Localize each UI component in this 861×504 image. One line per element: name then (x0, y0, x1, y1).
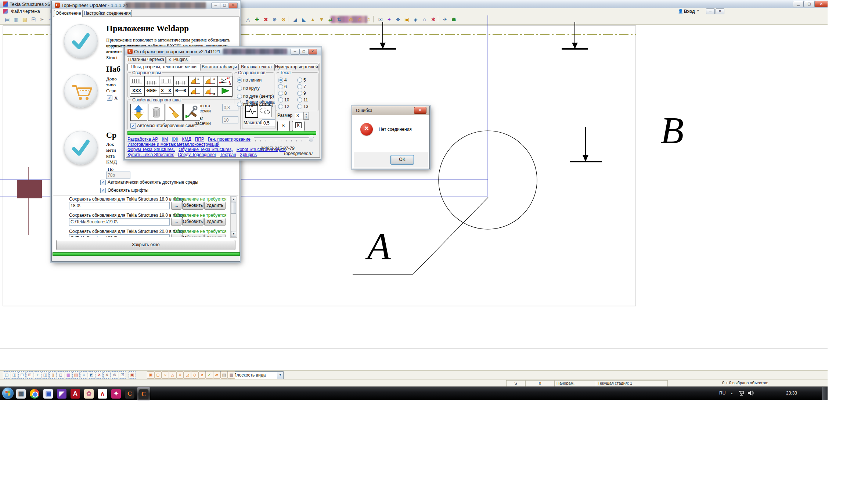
drawing-toolbar-icon[interactable]: ✓ (206, 371, 213, 379)
tab-x-plugins[interactable]: x_Plugins (166, 56, 190, 63)
drawing-toolbar-icon[interactable]: ⊞ (26, 371, 33, 379)
auto-update-env-checkbox[interactable]: ✓ (100, 180, 106, 185)
weld-mark-2[interactable] (562, 22, 588, 49)
drawing-toolbar-icon[interactable]: ◫ (42, 371, 49, 379)
browse-button[interactable]: ... (171, 234, 181, 237)
text-size-radio[interactable] (278, 91, 283, 96)
close-window-button[interactable]: Закрыть окно (56, 240, 235, 250)
taskbar-palette-icon[interactable]: ✿ (84, 389, 94, 399)
start-button[interactable] (2, 388, 14, 399)
text-size-radio[interactable] (297, 78, 302, 83)
updown-arrows-icon[interactable] (130, 104, 147, 121)
weld-ticks-gap-icon[interactable] (159, 76, 174, 86)
weld-arc4-icon[interactable]: 4 (203, 86, 218, 97)
view-plane-combo[interactable]: Плоскость вида▼ (231, 371, 284, 379)
k-button[interactable]: К (277, 121, 290, 131)
delete-button[interactable]: Удалить (204, 218, 226, 226)
taskbar-button[interactable]: ▣ (42, 387, 54, 400)
drawing-toolbar-icon[interactable]: ▣ (129, 371, 136, 379)
section-checkbox[interactable]: ✓ (107, 95, 112, 101)
k-boxed-button[interactable]: К (292, 121, 305, 131)
taskbar-button[interactable]: A (69, 387, 82, 400)
weld-mark-3[interactable] (570, 127, 602, 162)
weld-dialog-link[interactable]: Техтран (220, 152, 236, 157)
weld-arc2-icon[interactable]: 2 (203, 76, 218, 86)
drawing-toolbar-icon[interactable]: ▤ (220, 371, 228, 379)
taskbar-magenta-icon[interactable]: ✦ (111, 389, 121, 399)
weld-angle-icon[interactable]: 123 (218, 76, 233, 86)
update-path-field[interactable]: 18.0\ (69, 202, 170, 209)
text-size-radio[interactable] (278, 84, 283, 89)
slider-track[interactable] (254, 137, 314, 138)
close-button[interactable]: ✕ (308, 49, 317, 55)
maximize-button[interactable]: ▢ (220, 3, 229, 8)
notch-step-field[interactable]: 10 (222, 116, 238, 123)
drawing-toolbar-icon[interactable]: ◫ (11, 371, 18, 379)
update-path-field[interactable]: C:\TeklaStructures\20.0\ (69, 234, 170, 237)
weld-arc3-icon[interactable]: 3 (188, 86, 203, 97)
taskbar-calculator-icon[interactable]: ▦ (16, 389, 26, 399)
delete-button[interactable]: Удалить (204, 234, 226, 237)
drawing-toolbar-icon[interactable]: ▣ (147, 371, 154, 379)
weld-xx-icon[interactable]: XX (159, 86, 174, 97)
tab-numerator[interactable]: Нумератор чертежей (274, 64, 318, 71)
drawing-toolbar-icon[interactable]: ◻ (57, 371, 64, 379)
tab-update[interactable]: Обновление (54, 10, 83, 17)
text-size-radio[interactable] (297, 91, 302, 96)
weld-play-icon[interactable] (218, 86, 233, 97)
weld-dialog-link[interactable]: Купить Tekla Structures (127, 152, 174, 157)
breakline-zigzag-icon[interactable] (245, 105, 258, 118)
text-size-radio[interactable] (297, 97, 302, 102)
drawing-toolbar-icon[interactable]: △ (169, 371, 176, 379)
taskbar-chrome-icon[interactable] (30, 389, 39, 399)
weld-mark-1[interactable] (370, 22, 396, 49)
delete-button[interactable]: Удалить (204, 202, 226, 210)
drawing-toolbar-icon[interactable]: ▯ (49, 371, 57, 379)
drawing-toolbar-icon[interactable]: ⌗ (80, 371, 87, 379)
drawing-toolbar-icon[interactable]: ✕ (103, 371, 111, 379)
text-size-radio[interactable] (297, 84, 302, 89)
taskbar-red-a-icon[interactable]: A (71, 389, 80, 399)
weld-ticks-icon[interactable] (130, 76, 144, 86)
notch-height-field[interactable]: 0,8 (222, 104, 238, 111)
tools-icon[interactable] (183, 104, 200, 121)
drawing-toolbar-icon[interactable]: ◇ (191, 371, 198, 379)
text-size-radio[interactable] (278, 97, 283, 102)
taskbar-button[interactable]: ◤ (55, 387, 68, 400)
weld-cross-gap-icon[interactable] (174, 76, 188, 86)
ok-button[interactable]: OK (390, 155, 414, 165)
drawing-toolbar-icon[interactable]: ✕ (96, 371, 103, 379)
weld-xxx-strike-icon[interactable]: XXX (144, 86, 159, 97)
drawing-toolbar-icon[interactable]: ⊡ (18, 371, 26, 379)
update-button[interactable]: Обновить (182, 234, 203, 237)
minimize-button[interactable]: ─ (211, 3, 220, 8)
update-fonts-checkbox[interactable]: ✓ (100, 188, 106, 193)
scale-field[interactable]: 0,5 (262, 119, 275, 126)
taskbar-button[interactable]: C (123, 387, 136, 400)
weld-arc1-icon[interactable]: 1 (188, 76, 203, 86)
drawing-toolbar-icon[interactable]: ▥ (228, 371, 235, 379)
taskbar-topengineer-icon[interactable]: C (139, 389, 148, 399)
taskbar-pdf-icon[interactable]: ∧ (98, 389, 107, 399)
browse-button[interactable]: ... (171, 218, 181, 226)
show-desktop-button[interactable] (822, 387, 828, 400)
update-path-field[interactable]: C:\TeklaStructures\19.0\ (69, 218, 170, 226)
tab-connection-settings[interactable]: Настройки соединения (83, 10, 132, 17)
weld-cross-ticks-icon[interactable] (144, 76, 159, 86)
scroll-thumb[interactable] (231, 202, 236, 214)
autoscale-checkbox[interactable]: ✓ (130, 123, 136, 129)
tab-insert-text[interactable]: Вставка текста (238, 64, 274, 71)
taskbar-button[interactable]: ✿ (83, 387, 95, 400)
minimize-button[interactable]: ─ (291, 49, 299, 55)
drawing-toolbar-icon[interactable]: ◻ (154, 371, 162, 379)
drawing-toolbar-icon[interactable]: ✕ (176, 371, 184, 379)
tab-insert-table[interactable]: Вставка таблицы (200, 64, 238, 71)
drawing-toolbar-icon[interactable]: ◩ (88, 371, 95, 379)
size-stepper[interactable]: ▲▼ (303, 112, 309, 120)
weld-type-radio[interactable] (237, 102, 242, 107)
maximize-button[interactable]: ▢ (299, 49, 308, 55)
tab-drawing-plugins[interactable]: Плагины чертежа (127, 56, 166, 63)
broom-icon[interactable] (166, 104, 183, 121)
taskbar-button[interactable]: ✦ (110, 387, 122, 400)
close-button[interactable]: ✕ (229, 3, 238, 8)
